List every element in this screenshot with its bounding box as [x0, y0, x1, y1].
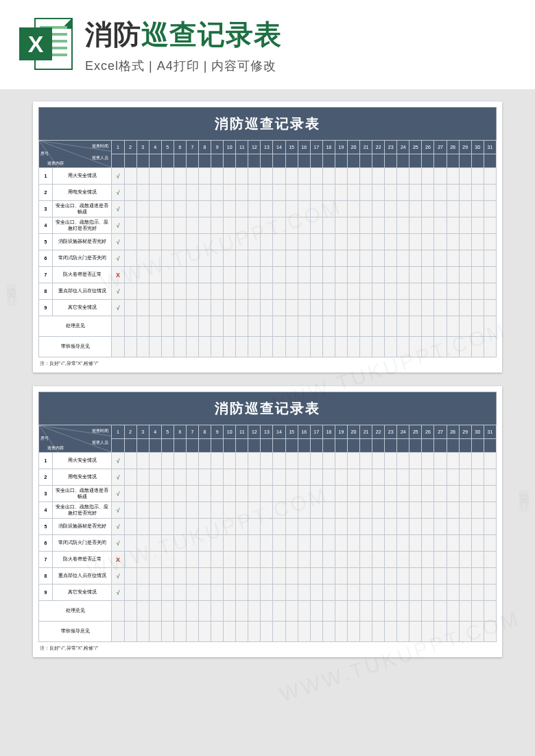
day-cell[interactable]: [310, 316, 322, 337]
day-cell[interactable]: [347, 453, 359, 469]
day-cell[interactable]: [236, 217, 248, 234]
day-cell[interactable]: [372, 217, 385, 234]
day-cell[interactable]: [224, 568, 236, 584]
day-cell[interactable]: [372, 622, 385, 642]
day-cell[interactable]: [124, 337, 136, 357]
day-cell[interactable]: [211, 185, 224, 201]
day-cell[interactable]: [149, 201, 161, 217]
day-cell[interactable]: [124, 316, 136, 337]
day-cell[interactable]: [322, 568, 335, 584]
day-cell[interactable]: [422, 267, 434, 283]
day-cell[interactable]: [298, 453, 310, 469]
day-cell[interactable]: [447, 337, 459, 357]
day-cell[interactable]: [186, 519, 198, 535]
day-cell[interactable]: [397, 469, 409, 486]
day-cell[interactable]: [335, 469, 347, 486]
day-cell[interactable]: [335, 552, 347, 568]
day-cell[interactable]: [124, 453, 136, 469]
day-cell[interactable]: [322, 283, 335, 300]
day-cell[interactable]: [261, 552, 273, 568]
day-cell[interactable]: [161, 168, 174, 185]
day-cell[interactable]: [409, 283, 422, 300]
day-cell[interactable]: [409, 267, 422, 283]
day-cell[interactable]: [186, 217, 198, 234]
day-cell[interactable]: [112, 316, 124, 337]
day-cell[interactable]: [298, 168, 310, 185]
day-cell[interactable]: [298, 584, 310, 601]
day-cell[interactable]: [434, 453, 447, 469]
day-cell[interactable]: [285, 337, 298, 357]
day-cell[interactable]: [447, 552, 459, 568]
day-cell[interactable]: [310, 535, 322, 552]
day-cell[interactable]: [199, 622, 211, 642]
day-cell[interactable]: [261, 622, 273, 642]
day-cell[interactable]: [298, 601, 310, 622]
day-cell[interactable]: [211, 168, 224, 185]
day-cell[interactable]: [285, 185, 298, 201]
day-cell[interactable]: [248, 217, 261, 234]
day-cell[interactable]: [310, 486, 322, 502]
day-cell[interactable]: [459, 267, 471, 283]
day-cell[interactable]: [136, 267, 149, 283]
day-cell[interactable]: [236, 469, 248, 486]
day-cell[interactable]: [236, 568, 248, 584]
day-cell[interactable]: [385, 453, 397, 469]
day-cell[interactable]: [224, 250, 236, 267]
day-cell[interactable]: [335, 502, 347, 519]
day-cell[interactable]: [261, 469, 273, 486]
day-cell[interactable]: [459, 283, 471, 300]
day-cell[interactable]: [471, 168, 484, 185]
day-cell[interactable]: [434, 486, 447, 502]
day-cell[interactable]: [124, 584, 136, 601]
day-cell[interactable]: [447, 300, 459, 316]
day-cell[interactable]: √: [112, 584, 124, 601]
day-cell[interactable]: [136, 300, 149, 316]
day-cell[interactable]: [273, 250, 285, 267]
day-cell[interactable]: [224, 283, 236, 300]
day-cell[interactable]: [161, 250, 174, 267]
day-cell[interactable]: [422, 316, 434, 337]
day-cell[interactable]: [310, 217, 322, 234]
day-cell[interactable]: [261, 168, 273, 185]
day-cell[interactable]: [211, 234, 224, 250]
day-cell[interactable]: [273, 535, 285, 552]
day-cell[interactable]: [322, 337, 335, 357]
day-cell[interactable]: [174, 185, 186, 201]
day-cell[interactable]: [136, 217, 149, 234]
day-cell[interactable]: [422, 535, 434, 552]
day-cell[interactable]: [248, 601, 261, 622]
day-cell[interactable]: [322, 535, 335, 552]
day-cell[interactable]: [335, 584, 347, 601]
day-cell[interactable]: [136, 552, 149, 568]
day-cell[interactable]: [322, 486, 335, 502]
day-cell[interactable]: [186, 337, 198, 357]
day-cell[interactable]: [385, 168, 397, 185]
day-cell[interactable]: [161, 535, 174, 552]
day-cell[interactable]: [248, 337, 261, 357]
day-cell[interactable]: [484, 283, 496, 300]
day-cell[interactable]: [471, 337, 484, 357]
day-cell[interactable]: [124, 267, 136, 283]
day-cell[interactable]: [298, 502, 310, 519]
day-cell[interactable]: [186, 250, 198, 267]
day-cell[interactable]: X: [112, 267, 124, 283]
day-cell[interactable]: [124, 234, 136, 250]
day-cell[interactable]: [136, 201, 149, 217]
day-cell[interactable]: [149, 469, 161, 486]
day-cell[interactable]: [124, 185, 136, 201]
day-cell[interactable]: [261, 316, 273, 337]
day-cell[interactable]: [136, 622, 149, 642]
day-cell[interactable]: [174, 622, 186, 642]
day-cell[interactable]: [273, 486, 285, 502]
day-cell[interactable]: [211, 267, 224, 283]
day-cell[interactable]: [434, 469, 447, 486]
day-cell[interactable]: [397, 584, 409, 601]
day-cell[interactable]: [298, 201, 310, 217]
day-cell[interactable]: [273, 337, 285, 357]
day-cell[interactable]: [335, 234, 347, 250]
day-cell[interactable]: [285, 601, 298, 622]
day-cell[interactable]: [335, 217, 347, 234]
day-cell[interactable]: [273, 552, 285, 568]
day-cell[interactable]: [186, 168, 198, 185]
day-cell[interactable]: [149, 601, 161, 622]
